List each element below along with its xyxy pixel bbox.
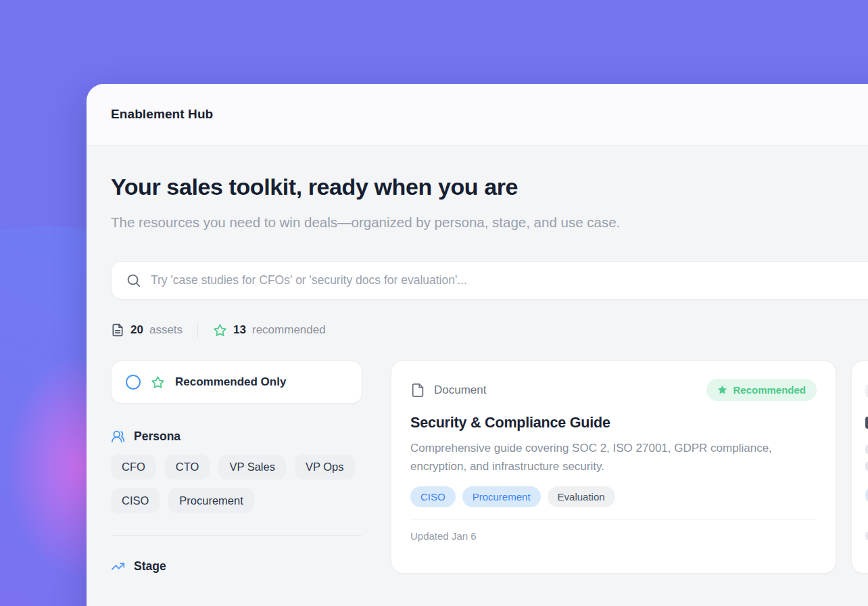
app-title: Enablement Hub [111, 107, 213, 122]
partial-card-text-stub [865, 445, 868, 454]
asset-card-security-compliance-guide[interactable]: Document Recommended Security & Complian… [391, 360, 836, 574]
tag-evaluation: Evaluation [548, 486, 615, 507]
page-subtitle: The resources you need to win deals—orga… [111, 210, 645, 235]
main-content: Your sales toolkit, ready when you are T… [87, 174, 868, 574]
users-icon [111, 429, 125, 444]
card-tags: CISO Procurement Evaluation [410, 486, 817, 507]
persona-heading-label: Persona [134, 429, 180, 444]
page-title: Your sales toolkit, ready when you are [111, 174, 868, 200]
tag-procurement: Procurement [462, 486, 541, 507]
partial-card-text-stub [865, 462, 868, 471]
stats-divider [197, 322, 198, 338]
recommended-stat: 13 recommended [213, 323, 326, 337]
search-icon [126, 273, 141, 288]
enablement-hub-window: Enablement Hub Your sales toolkit, ready… [87, 84, 868, 606]
star-outline-icon [151, 375, 165, 390]
persona-chip-vp-sales[interactable]: VP Sales [218, 454, 286, 480]
recommended-badge-label: Recommended [733, 384, 806, 396]
partial-card-tag-stub [865, 486, 868, 505]
stats-row: 20 assets 13 recommended [111, 322, 868, 338]
persona-heading: Persona [111, 429, 362, 444]
partial-card-footer-stub [865, 532, 868, 540]
toggle-radio-icon[interactable] [126, 375, 141, 390]
trending-up-icon [111, 559, 125, 574]
card-type: Document [410, 383, 486, 398]
asset-card-partial[interactable] [851, 360, 868, 574]
partial-card-title-stub [865, 417, 868, 429]
assets-count: 20 [130, 323, 143, 337]
persona-chip-cfo[interactable]: CFO [111, 454, 156, 480]
persona-chip-procurement[interactable]: Procurement [168, 488, 254, 513]
card-title: Security & Compliance Guide [410, 415, 817, 432]
card-top-row: Document Recommended [410, 379, 817, 401]
recommended-badge: Recommended [706, 379, 817, 401]
recommended-count: 13 [233, 323, 246, 337]
persona-chip-vp-ops[interactable]: VP Ops [295, 454, 355, 480]
recommended-only-label: Recommended Only [175, 375, 286, 389]
recommended-only-toggle[interactable]: Recommended Only [111, 360, 362, 404]
stage-heading-label: Stage [134, 559, 166, 574]
assets-label: assets [149, 323, 183, 337]
card-type-label: Document [434, 383, 486, 397]
search-input[interactable] [151, 273, 868, 287]
persona-chip-cto[interactable]: CTO [165, 454, 210, 480]
sidebar-divider [111, 535, 362, 536]
file-icon [410, 383, 425, 398]
stage-heading: Stage [111, 559, 362, 574]
persona-chips: CFO CTO VP Sales VP Ops CISO Procurement [111, 454, 362, 513]
filters-sidebar: Recommended Only Persona CFO CTO [111, 360, 362, 574]
file-text-icon [111, 323, 124, 337]
partial-card-type-stub [865, 384, 868, 398]
recommended-label: recommended [252, 323, 326, 337]
search-bar[interactable] [111, 261, 868, 300]
app-header: Enablement Hub [87, 84, 868, 145]
content-row: Recommended Only Persona CFO CTO [111, 360, 868, 574]
asset-cards-row: Document Recommended Security & Complian… [391, 360, 868, 574]
star-outline-icon [213, 323, 227, 337]
persona-chip-ciso[interactable]: CISO [111, 488, 160, 513]
tag-ciso: CISO [410, 486, 456, 507]
card-updated-date: Updated Jan 6 [410, 519, 817, 558]
assets-stat: 20 assets [111, 323, 183, 337]
card-description: Comprehensive guide covering SOC 2, ISO … [410, 440, 809, 475]
star-filled-icon [717, 385, 727, 395]
